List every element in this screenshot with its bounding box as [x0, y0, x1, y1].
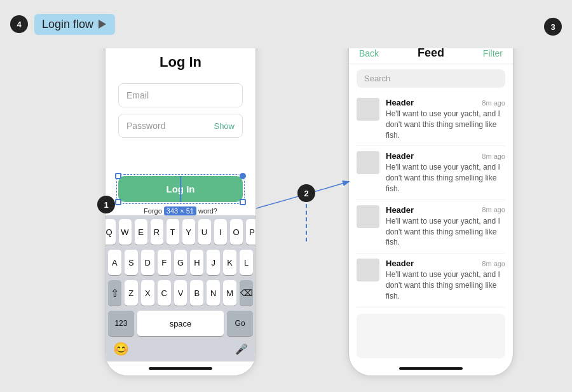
key-k[interactable]: K — [223, 250, 236, 275]
key-p[interactable]: P — [246, 219, 257, 245]
flow-label-box[interactable]: Login flow — [34, 14, 115, 35]
key-l[interactable]: L — [240, 250, 253, 275]
login-title: Log In — [118, 54, 243, 71]
key-shift[interactable]: ⇧ — [108, 280, 121, 306]
login-button-wrapper: Log In Forgo 343 × 51 word? — [118, 176, 243, 202]
feed-item-time-4: 8m ago — [482, 260, 505, 267]
mic-key[interactable]: 🎤 — [235, 343, 248, 355]
feed-item-text-2: He'll want to use your yacht, and I don'… — [386, 162, 505, 194]
feed-item-name-1: Header — [386, 98, 414, 107]
badge-2: 2 — [297, 184, 315, 202]
size-value: 343 × 51 — [164, 206, 196, 215]
key-z[interactable]: Z — [125, 280, 138, 306]
feed-avatar-3 — [357, 205, 379, 228]
key-f[interactable]: F — [158, 250, 171, 275]
badge-4: 4 — [10, 15, 28, 33]
handle-bottom-right[interactable] — [240, 199, 246, 205]
feed-item-content-1: Header 8m ago He'll want to use your yac… — [386, 98, 505, 140]
key-c[interactable]: C — [158, 280, 171, 306]
feed-avatar-4 — [357, 259, 379, 281]
key-e[interactable]: E — [135, 219, 147, 245]
key-m[interactable]: M — [223, 280, 236, 306]
feed-item-3: Header 8m ago He'll want to use your yac… — [357, 200, 505, 253]
key-h[interactable]: H — [190, 250, 203, 275]
size-label: Forgo 343 × 51 word? — [144, 207, 217, 215]
handle-top-right[interactable] — [240, 173, 246, 179]
key-go[interactable]: Go — [227, 311, 253, 336]
key-s[interactable]: S — [125, 250, 138, 275]
feed-item-header-2: Header 8m ago — [386, 151, 505, 161]
feed-back-button[interactable]: Back — [359, 48, 379, 58]
feed-item-content-4: Header 8m ago He'll want to use your yac… — [386, 259, 505, 301]
feed-item-header-4: Header 8m ago — [386, 259, 505, 268]
key-t[interactable]: T — [167, 219, 179, 245]
key-v[interactable]: V — [174, 280, 187, 306]
key-r[interactable]: R — [151, 219, 163, 245]
show-password-button[interactable]: Show — [214, 121, 235, 131]
key-o[interactable]: O — [230, 219, 243, 245]
feed-item-2: Header 8m ago He'll want to use your yac… — [357, 146, 505, 199]
feed-item-text-1: He'll want to use your yacht, and I don'… — [386, 109, 505, 140]
feed-item-time-3: 8m ago — [482, 206, 505, 213]
top-bar: 4 Login flow — [0, 0, 572, 48]
feed-item-time-1: 8m ago — [482, 99, 505, 107]
feed-avatar-2 — [357, 151, 379, 174]
feed-item-text-3: He'll want to use your yacht, and I don'… — [386, 216, 505, 248]
key-w[interactable]: W — [119, 219, 132, 245]
key-u[interactable]: U — [198, 219, 211, 245]
feed-filter-button[interactable]: Filter — [483, 48, 503, 58]
flow-label-text: Login flow — [42, 18, 93, 31]
login-content: Log In Email Password Show Log In Forgo … — [106, 41, 255, 202]
play-icon — [99, 20, 106, 29]
key-numbers[interactable]: 123 — [108, 311, 134, 336]
key-j[interactable]: J — [207, 250, 220, 275]
login-home-bar — [149, 367, 212, 370]
feed-item-name-4: Header — [386, 259, 414, 268]
login-home-indicator — [106, 362, 255, 375]
feed-item-4: Header 8m ago He'll want to use your yac… — [357, 253, 505, 307]
feed-item-1: Header 8m ago He'll want to use your yac… — [357, 93, 505, 146]
emoji-key[interactable]: 😊 — [113, 341, 129, 356]
keyboard-row-3: ⇧ Z X C V B N M ⌫ — [108, 280, 253, 306]
handle-top-left[interactable] — [115, 173, 121, 179]
badge-3: 3 — [544, 18, 562, 36]
cursor-line — [180, 176, 181, 202]
feed-item-name-2: Header — [386, 151, 414, 161]
size-suffix: word? — [198, 207, 217, 215]
key-x[interactable]: X — [141, 280, 154, 306]
feed-item-header-1: Header 8m ago — [386, 98, 505, 107]
keyboard-row-2: A S D F G H J K L — [108, 250, 253, 275]
login-phone-frame: 9:41 ⌘ Log In Email Password Show Log — [105, 13, 256, 376]
feed-phone-frame: 9:41 ⌘ Back Feed Filter Search Head — [348, 13, 514, 376]
key-b[interactable]: B — [190, 280, 203, 306]
key-n[interactable]: N — [207, 280, 220, 306]
feed-item-content-2: Header 8m ago He'll want to use your yac… — [386, 151, 505, 194]
password-placeholder: Password — [126, 121, 165, 131]
feed-item-content-3: Header 8m ago He'll want to use your yac… — [386, 205, 505, 248]
feed-item-time-2: 8m ago — [482, 152, 505, 160]
key-a[interactable]: A — [108, 250, 121, 275]
size-prefix: Forgo — [144, 207, 162, 215]
feed-list: Header 8m ago He'll want to use your yac… — [349, 93, 513, 308]
feed-item-header-3: Header 8m ago — [386, 205, 505, 215]
password-input[interactable]: Password Show — [118, 114, 243, 138]
feed-home-indicator — [349, 362, 513, 375]
keyboard-bottom-row: 😊 🎤 — [108, 341, 253, 356]
key-q[interactable]: Q — [105, 219, 116, 245]
keyboard: Q W E R T Y U I O P A S D F G H J K L ⇧ … — [106, 215, 255, 362]
key-space[interactable]: space — [137, 311, 224, 336]
feed-title: Feed — [418, 46, 444, 60]
key-d[interactable]: D — [141, 250, 154, 275]
feed-item-name-3: Header — [386, 205, 414, 215]
login-button[interactable]: Log In — [118, 176, 243, 202]
handle-bottom-left[interactable] — [115, 199, 121, 205]
email-input[interactable]: Email — [118, 83, 243, 107]
feed-avatar-1 — [357, 98, 379, 121]
key-y[interactable]: Y — [182, 219, 195, 245]
feed-search-bar[interactable]: Search — [357, 69, 505, 88]
badge-1: 1 — [97, 196, 115, 213]
key-g[interactable]: G — [174, 250, 187, 275]
key-delete[interactable]: ⌫ — [240, 280, 253, 306]
key-i[interactable]: I — [214, 219, 227, 245]
feed-placeholder-box — [357, 314, 505, 358]
